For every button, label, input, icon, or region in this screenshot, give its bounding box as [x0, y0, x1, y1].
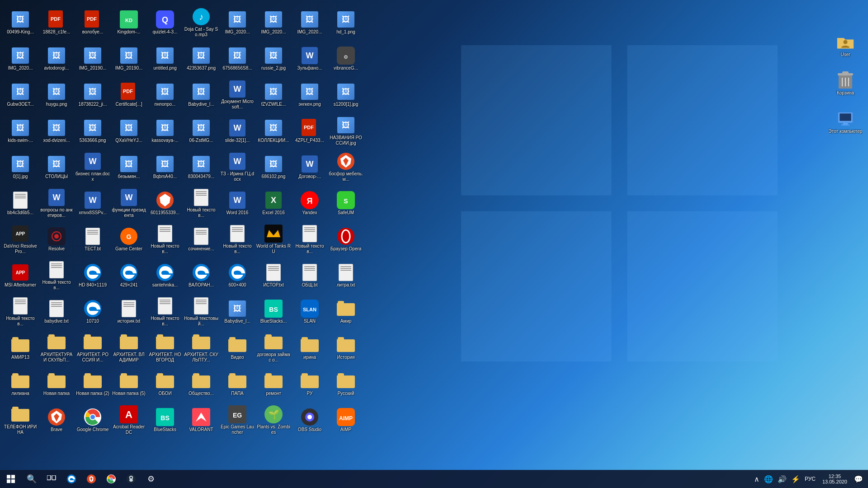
icon-obshtxt[interactable]: ОБЩ.bt	[292, 258, 328, 294]
icon-plants[interactable]: 🌱 Plants vs. Zombies	[255, 402, 292, 438]
icon-huygu[interactable]: 🖼 huygu.png	[38, 77, 75, 113]
icon-novtxt8[interactable]: Новый текстов...	[292, 221, 328, 258]
icon-ry[interactable]: РУ	[292, 366, 328, 402]
icon-quizlet[interactable]: Q quizlet-4-3...	[147, 5, 183, 41]
tray-volume[interactable]: 🔊	[776, 475, 788, 483]
icon-aimp[interactable]: AIMP AIMP	[328, 402, 364, 438]
icon-remont[interactable]: ремонт	[255, 366, 292, 402]
icon-voloby[interactable]: PDF волобуе...	[75, 5, 111, 41]
icon-429x241[interactable]: 429×241	[111, 258, 147, 294]
icon-novpap1[interactable]: Новая папка	[38, 366, 75, 402]
tray-chevron[interactable]: ∧	[753, 475, 761, 483]
icon-18828[interactable]: PDF 18828_c1fe...	[38, 5, 75, 41]
icon-amir13[interactable]: АМИР13	[2, 330, 38, 366]
icon-irina2[interactable]: ирина	[292, 330, 328, 366]
taskbar-edge[interactable]	[61, 470, 81, 488]
icon-kids[interactable]: 🖼 kids-swim-...	[2, 113, 38, 149]
icon-engken[interactable]: 🖼 энгкен.png	[292, 77, 328, 113]
icon-santehnika[interactable]: santehnika...	[147, 258, 183, 294]
icon-xodvizeni[interactable]: 🖼 xod-dvizeni...	[38, 113, 75, 149]
icon-amir2[interactable]: Амир	[328, 294, 364, 330]
icon-korzina[interactable]: Корзина	[827, 66, 863, 102]
icon-bb4c3d[interactable]: bb4c3d6b5...	[2, 185, 38, 221]
icon-img2019-3[interactable]: 🖼 IMG_20190...	[111, 41, 147, 77]
icon-acrobat[interactable]: A Acrobat Reader DC	[111, 402, 147, 438]
icon-img2019-2[interactable]: 🖼 IMG_20190...	[75, 41, 111, 77]
icon-arhitskulp[interactable]: АРХИТЕКТ. СКУЛЬПТУ...	[183, 330, 219, 366]
taskview-button[interactable]	[42, 470, 61, 488]
icon-epic[interactable]: EG Epic Games Launcher	[219, 402, 255, 438]
tray-language[interactable]: РУС	[803, 476, 817, 482]
icon-gubw[interactable]: 🖼 Gubw3OET...	[2, 77, 38, 113]
icon-russky[interactable]: Русский	[328, 366, 364, 402]
icon-fzvzwr[interactable]: 🖼 fZVZWfLE...	[255, 77, 292, 113]
icon-600x400[interactable]: 600×400	[219, 258, 255, 294]
icon-babydive2[interactable]: 🖼 Babydive_l...	[183, 77, 219, 113]
icon-litra[interactable]: литра.txt	[328, 258, 364, 294]
icon-01jpg[interactable]: 🖼 0[1].jpg	[2, 149, 38, 185]
taskbar-clock[interactable]: 12:35 13.05.2020	[819, 474, 851, 484]
icon-arhitvlad[interactable]: АРХИТЕКТ. ВЛАДИМИР	[111, 330, 147, 366]
icon-novpap5[interactable]: Новая папка (5)	[111, 366, 147, 402]
icon-oboi[interactable]: ОБОИ	[147, 366, 183, 402]
icon-xmx[interactable]: W xmvx8SSPv...	[75, 185, 111, 221]
icon-gchrome[interactable]: Google Chrome	[75, 402, 111, 438]
icon-opera[interactable]: Браузер Opera	[328, 221, 364, 258]
taskbar-brave[interactable]	[81, 470, 101, 488]
icon-s1200[interactable]: 🖼 s1200[1].jpg	[328, 77, 364, 113]
icon-doja[interactable]: ♪ Doja Cat - Say So.mp3	[183, 5, 219, 41]
icon-nazvan[interactable]: 🖼 НАЗВАНИЯ РОССИИ.jpg	[328, 113, 364, 149]
icon-novtxt5[interactable]: Новый текстов...	[183, 185, 219, 221]
icon-arhitnov[interactable]: АРХИТЕКТ. НОВГОРОД	[147, 330, 183, 366]
icon-word2016[interactable]: W Word 2016	[219, 185, 255, 221]
icon-stolicy[interactable]: 🖼 СТОЛИЦЫ	[38, 149, 75, 185]
icon-video[interactable]: Видео	[219, 330, 255, 366]
taskbar-chrome[interactable]	[101, 470, 121, 488]
icon-img2020-4[interactable]: 🖼 IMG_2020...	[292, 5, 328, 41]
icon-06zst[interactable]: 🖼 06-ZstMG...	[183, 113, 219, 149]
icon-istoror[interactable]: ИСТОР.txt	[255, 258, 292, 294]
icon-babydive3[interactable]: 🖼 Babydive_l...	[219, 294, 255, 330]
icon-valorant[interactable]: VALORANT	[183, 402, 219, 438]
icon-untitled[interactable]: 🖼 untitled.png	[147, 41, 183, 77]
tray-notification[interactable]: 💬	[853, 475, 864, 483]
icon-686102[interactable]: 🖼 686102.png	[255, 149, 292, 185]
icon-yandex[interactable]: Я Yandex	[292, 185, 328, 221]
icon-dokum[interactable]: W Документ Microsoft...	[219, 77, 255, 113]
icon-istoriatxt[interactable]: история.txt	[111, 294, 147, 330]
icon-10710[interactable]: 10710	[75, 294, 111, 330]
icon-istoria[interactable]: История	[328, 330, 364, 366]
icon-novpap2[interactable]: Новая папка (2)	[75, 366, 111, 402]
icon-bluestacks[interactable]: BS BlueStacks	[147, 402, 183, 438]
icon-novtxt4[interactable]: Новый текстов...	[147, 294, 183, 330]
icon-dogovor[interactable]: договора займа с о...	[255, 330, 292, 366]
icon-russie2[interactable]: 🖼 russie_2.jpg	[255, 41, 292, 77]
icon-obshchestvo[interactable]: Общество...	[183, 366, 219, 402]
icon-brave[interactable]: Brave	[38, 402, 75, 438]
icon-img2020-1[interactable]: 🖼 IMG_2020...	[2, 41, 38, 77]
icon-valorant2[interactable]: ВАЛОРАН...	[183, 258, 219, 294]
tray-network[interactable]: 🌐	[763, 475, 774, 483]
search-button[interactable]: 🔍	[22, 470, 42, 488]
icon-avtodorogi[interactable]: 🖼 avtodorogi...	[38, 41, 75, 77]
icon-sochinenie[interactable]: сочинение...	[183, 221, 219, 258]
icon-funkprez[interactable]: W функции президента	[111, 185, 147, 221]
icon-bqbm[interactable]: 🖼 BqbmA40...	[147, 149, 183, 185]
icon-kollek[interactable]: 🖼 КОЛЛЕКЦИИ...	[255, 113, 292, 149]
icon-kassovaya[interactable]: 🖼 kassovaya-...	[147, 113, 183, 149]
icon-18738[interactable]: 🖼 18738222_ji...	[75, 77, 111, 113]
taskbar-settings[interactable]: ⚙	[141, 470, 161, 488]
icon-img2020-3[interactable]: 🖼 IMG_2020...	[255, 5, 292, 41]
icon-novtxt3[interactable]: Новый текстов...	[147, 221, 183, 258]
icon-bosforbrav[interactable]: босфор мебель.w...	[328, 149, 364, 185]
icon-slide32[interactable]: W slide-32[1]...	[219, 113, 255, 149]
icon-novtxt1[interactable]: Новый текстов...	[2, 294, 38, 330]
icon-excel2016[interactable]: X Excel 2016	[255, 185, 292, 221]
icon-msi[interactable]: APP MSI Afterburner	[2, 258, 38, 294]
icon-babydive[interactable]: babydive.txt	[38, 294, 75, 330]
icon-4zplf[interactable]: PDF 4ZPLf_P433...	[292, 113, 328, 149]
icon-safeup[interactable]: S SafeUM	[328, 185, 364, 221]
icon-biznesplan[interactable]: W бизнес план.docx	[75, 149, 111, 185]
icon-zulfan[interactable]: W Зульфано...	[292, 41, 328, 77]
icon-liliana[interactable]: лилиана	[2, 366, 38, 402]
